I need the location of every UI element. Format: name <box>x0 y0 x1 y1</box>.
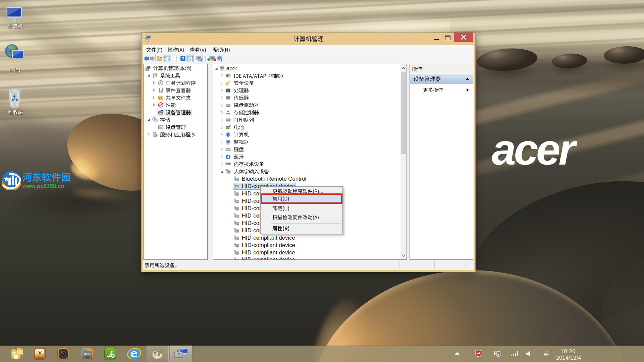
svg-text:DOC: DOC <box>84 352 91 356</box>
svg-text:?: ? <box>182 56 184 61</box>
